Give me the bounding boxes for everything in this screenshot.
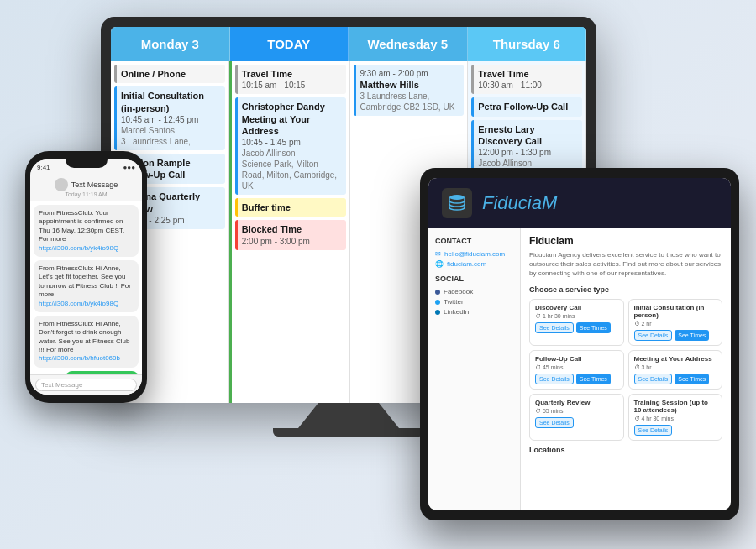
event-travel-today[interactable]: Travel Time 10:15 am - 10:15 [235, 65, 346, 94]
event-petra[interactable]: Petra Follow-Up Call [471, 97, 582, 116]
event-title: Christopher Dandy Meeting at Your Addres… [242, 101, 342, 137]
tablet-content: FiduciaM Contact ✉ hello@fiduciam.com [428, 178, 731, 510]
fiduciam-title: Fiduciam [529, 235, 722, 247]
see-details-btn[interactable]: See Details [535, 417, 574, 428]
service-card-discovery: Discovery Call 1 hr 30 mins See Details … [529, 299, 624, 346]
fiduciam-logo-text: FiduciaM [482, 192, 557, 214]
see-times-btn[interactable]: See Times [675, 374, 709, 384]
monday-label: Monday 3 [118, 37, 223, 51]
logo-suffix: M [542, 192, 557, 213]
service-card-quarterly: Quarterly Review 55 mins See Details [529, 394, 624, 441]
wednesday-label: Wednesday 5 [355, 37, 460, 51]
phone-notch [66, 159, 108, 168]
event-time: 10:45 - 1:45 pm [242, 137, 342, 148]
event-title: Blocked Time [242, 223, 342, 235]
phone-screen: 9:41 ●●● Text Message Today 11:19 AM Fro… [30, 159, 142, 395]
see-times-btn[interactable]: See Times [576, 322, 611, 333]
see-times-btn[interactable]: See Times [675, 330, 709, 341]
phone-frame: 9:41 ●●● Text Message Today 11:19 AM Fro… [25, 151, 147, 403]
event-title: Ernesto Lary Discovery Call [478, 123, 578, 148]
facebook-dot [435, 290, 440, 295]
service-type-label: Choose a service type [529, 285, 722, 294]
linkedin-label: LinkedIn [444, 308, 469, 316]
event-christopher[interactable]: Christopher Dandy Meeting at Your Addres… [235, 97, 346, 195]
service-buttons: See Details See Times [634, 330, 717, 341]
see-details-btn[interactable]: See Details [535, 374, 574, 384]
today-label: TODAY [237, 37, 342, 51]
service-title: Training Session (up to 10 attendees) [634, 399, 717, 414]
event-time: 12:00 pm - 1:30 pm [478, 147, 578, 158]
event-location: Jacob AllinsonScience Park, Milton Road,… [242, 148, 342, 191]
col-header-monday: Monday 3 [111, 27, 230, 61]
fiduciam-logo-icon [442, 188, 472, 218]
see-details-btn[interactable]: See Details [535, 322, 574, 333]
fiduciam-header: FiduciaM [428, 178, 731, 228]
service-buttons: See Details See Times [535, 322, 618, 333]
event-location: 3 Laundress Lane, Cambridge CB2 1SD, UK [360, 91, 460, 112]
today-col: Travel Time 10:15 am - 10:15 Christopher… [229, 61, 350, 403]
social-twitter[interactable]: Twitter [435, 298, 513, 306]
globe-icon: 🌐 [435, 260, 444, 268]
event-travel-thursday[interactable]: Travel Time 10:30 am - 11:00 [471, 65, 582, 94]
contact-website[interactable]: 🌐 fiduciam.com [435, 260, 513, 268]
see-times-btn[interactable]: See Times [576, 374, 611, 384]
event-time: 10:15 am - 10:15 [242, 80, 342, 91]
service-card-meeting: Meeting at Your Address 3 hr See Details… [628, 350, 723, 390]
sms-header: Text Message Today 11:19 AM [30, 175, 142, 201]
social-facebook[interactable]: Facebook [435, 288, 513, 295]
tablet-main: Fiduciam Fiduciam Agency delivers excell… [521, 228, 731, 510]
event-ernesto[interactable]: Ernesto Lary Discovery Call 12:00 pm - 1… [471, 120, 582, 173]
col-header-thursday: Thursday 6 [468, 27, 587, 61]
database-icon [447, 193, 467, 213]
social-label: Social [435, 274, 513, 283]
service-title: Meeting at Your Address [634, 355, 717, 363]
event-buffer[interactable]: Buffer time [235, 198, 346, 217]
email-icon: ✉ [435, 250, 441, 258]
service-duration: 3 hr [634, 364, 717, 370]
logo-prefix: Fiducia [482, 192, 542, 213]
sms-time: Today 11:19 AM [37, 191, 135, 197]
twitter-label: Twitter [444, 298, 464, 306]
sms-message-2: From FitnessClub: Hi Anne, Let's get fit… [34, 260, 139, 312]
contact-email[interactable]: ✉ hello@fiduciam.com [435, 250, 513, 258]
event-time: 10:45 am - 12:45 pm [121, 114, 221, 125]
service-title: Discovery Call [535, 304, 618, 311]
event-online[interactable]: Online / Phone [114, 65, 225, 83]
service-duration: 45 mins [535, 364, 618, 370]
sms-message-1: From FitnessClub: Your appointment is co… [34, 205, 139, 257]
event-matthew[interactable]: 9:30 am - 2:00 pm Matthew Hills 3 Laundr… [354, 65, 465, 116]
calendar-header: Monday 3 TODAY Wednesday 5 Thursday 6 [111, 27, 586, 61]
service-card-initial: Initial Consultation (in person) 2 hr Se… [628, 299, 723, 346]
service-duration: 2 hr [634, 321, 717, 327]
monitor-base [273, 428, 424, 437]
tablet-body: Contact ✉ hello@fiduciam.com 🌐 fiduciam.… [428, 228, 731, 510]
sms-contact-name: Text Message [37, 178, 135, 191]
sms-message-3: From FitnessClub: Hi Anne, Don't forget … [34, 316, 139, 368]
see-details-btn[interactable]: See Details [634, 425, 673, 436]
col-header-today: TODAY [230, 27, 349, 61]
social-linkedin[interactable]: LinkedIn [435, 308, 513, 316]
svg-point-0 [449, 195, 465, 200]
service-title: Follow-Up Call [535, 355, 618, 363]
event-initial-consult[interactable]: Initial Consultation (in-person) 10:45 a… [114, 86, 225, 150]
tablet-screen: FiduciaM Contact ✉ hello@fiduciam.com [428, 178, 731, 510]
event-location: Marcel Santos3 Laundress Lane, [121, 125, 221, 147]
service-title: Initial Consultation (in person) [634, 304, 717, 319]
service-grid: Discovery Call 1 hr 30 mins See Details … [529, 299, 722, 441]
twitter-dot [435, 300, 440, 305]
tablet-sidebar: Contact ✉ hello@fiduciam.com 🌐 fiduciam.… [428, 228, 521, 510]
thursday-label: Thursday 6 [475, 37, 580, 51]
linkedin-dot [435, 310, 440, 315]
event-title: Initial Consultation (in-person) [121, 90, 221, 114]
monitor-stand [298, 403, 399, 428]
contact-label: Contact [435, 237, 513, 245]
phone: 9:41 ●●● Text Message Today 11:19 AM Fro… [25, 151, 147, 403]
sms-body: From FitnessClub: Your appointment is co… [30, 201, 142, 394]
see-details-btn[interactable]: See Details [634, 374, 673, 384]
see-details-btn[interactable]: See Details [634, 330, 673, 341]
facebook-label: Facebook [444, 288, 473, 295]
service-buttons: See Details [535, 417, 618, 428]
sms-input-field[interactable]: Text Message [35, 379, 137, 391]
event-title: Travel Time [242, 68, 342, 80]
event-blocked[interactable]: Blocked Time 2:00 pm - 3:00 pm [235, 220, 346, 249]
